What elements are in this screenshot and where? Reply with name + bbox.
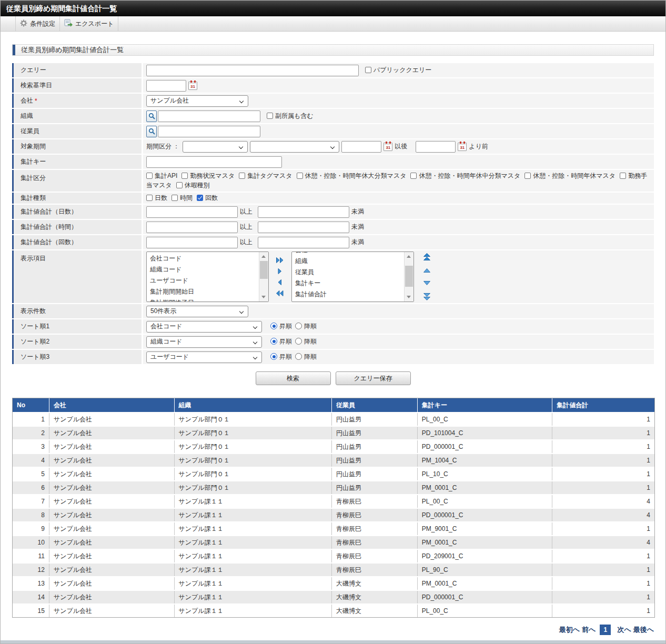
list-option[interactable]: 組織コード (150, 264, 259, 275)
display-count-select[interactable]: 50件表示 (146, 306, 248, 317)
sort2-select[interactable]: 組織コード (146, 336, 262, 348)
total-count-max-input[interactable] (258, 237, 349, 248)
column-header[interactable]: No (13, 398, 49, 412)
calendar-icon[interactable]: 31 (458, 143, 467, 151)
company-select[interactable]: サンプル会社 (146, 95, 248, 107)
table-row[interactable]: 4サンプル会社サンプル部門０１円山益男PM_1004_C1 (13, 454, 654, 467)
table-row[interactable]: 8サンプル会社サンプル課１１青柳辰巳PD_000001_C4 (13, 509, 654, 521)
table-row[interactable]: 6サンプル会社サンプル部門０１円山益男PM_0001_C1 (13, 481, 654, 494)
pager-prev[interactable]: 前へ (582, 625, 596, 635)
move-down-button[interactable] (423, 280, 431, 286)
table-row[interactable]: 3サンプル会社サンプル部門０１円山益男PD_000001_C1 (13, 440, 654, 453)
sort1-asc-radio[interactable]: 昇順 (270, 322, 292, 331)
total-count-min-input[interactable] (146, 237, 238, 248)
export-button[interactable]: エクスポート (60, 16, 118, 31)
table-row[interactable]: 1サンプル会社サンプル部門０１円山益男PL_00_C1 (13, 413, 654, 426)
move-all-right-button[interactable] (276, 257, 284, 264)
agg-type-option[interactable]: 時間 (171, 194, 193, 203)
total-days-min-input[interactable] (146, 206, 238, 218)
available-items-listbox[interactable]: 会社コード組織コードユーザコード集計期間開始日集計期間終了日 (146, 251, 269, 302)
sort3-desc-radio[interactable]: 降順 (295, 353, 317, 361)
period-value-select[interactable] (250, 141, 339, 153)
agg-category-option[interactable]: 休憩・控除・時間年休中分類マスタ (410, 172, 520, 179)
list-option[interactable]: 集計期間終了日 (150, 297, 259, 301)
list-option[interactable]: ユーザコード (150, 275, 259, 286)
scroll-up-button[interactable] (405, 252, 413, 260)
column-header[interactable]: 会社 (49, 398, 175, 412)
move-right-button[interactable] (276, 268, 284, 275)
pager-first[interactable]: 最初へ (559, 625, 580, 635)
sort2-desc-radio[interactable]: 降順 (295, 337, 317, 346)
column-header[interactable]: 集計値合計 (552, 398, 654, 412)
move-all-left-button[interactable] (276, 290, 284, 297)
pager-next[interactable]: 次へ (617, 625, 631, 635)
public-query-checkbox[interactable]: パブリッククエリー (365, 66, 431, 75)
pager-current-page[interactable]: 1 (600, 625, 611, 635)
calendar-icon[interactable]: 31 (384, 143, 392, 151)
list-option[interactable]: 従業員 (295, 267, 405, 278)
list-option[interactable]: 会社 (295, 251, 405, 256)
agg-type-option[interactable]: 日数 (146, 194, 167, 203)
agg-category-option[interactable]: 休憩・控除・時間年休マスタ (524, 172, 615, 179)
list-option[interactable]: 集計期間開始日 (150, 286, 259, 297)
sort3-select[interactable]: ユーザコード (146, 351, 262, 363)
agg-category-option[interactable]: 休憩・控除・時間年休大分類マスタ (297, 172, 407, 179)
pager-last[interactable]: 最後へ (633, 625, 654, 635)
agg-category-option[interactable]: 集計API (146, 172, 177, 179)
table-row[interactable]: 7サンプル会社サンプル課１１青柳辰巳PL_00_C4 (13, 495, 654, 508)
employee-input[interactable] (158, 126, 260, 137)
move-top-button[interactable] (423, 253, 431, 261)
move-bottom-button[interactable] (423, 293, 431, 301)
sort2-asc-radio[interactable]: 昇順 (270, 337, 292, 346)
period-after-date-input[interactable] (341, 141, 381, 153)
scroll-thumb[interactable] (405, 266, 413, 287)
base-date-input[interactable] (146, 80, 186, 92)
sort1-select[interactable]: 会社コード (146, 321, 262, 333)
table-row[interactable]: 11サンプル会社サンプル課１１青柳辰巳PD_209001_C1 (13, 550, 654, 562)
scroll-down-button[interactable] (259, 293, 268, 301)
total-hours-min-input[interactable] (146, 222, 238, 233)
agg-category-option[interactable]: 勤務状況マスタ (181, 172, 235, 179)
total-hours-max-input[interactable] (258, 222, 349, 233)
search-button[interactable]: 検索 (256, 371, 331, 385)
scrollbar[interactable] (404, 252, 413, 301)
table-row[interactable]: 13サンプル会社サンプル課１１大磯博文PM_0001_C1 (13, 577, 654, 590)
list-option[interactable]: 組織 (295, 256, 405, 267)
sort3-asc-radio[interactable]: 昇順 (270, 353, 292, 361)
query-input[interactable] (146, 65, 359, 76)
agg-category-option[interactable]: 集計タグマスタ (239, 172, 292, 179)
list-option[interactable]: 集計キー (295, 278, 405, 289)
column-header[interactable]: 集計キー (418, 398, 553, 412)
save-query-button[interactable]: クエリー保存 (336, 371, 411, 385)
scrollbar[interactable] (259, 252, 268, 301)
table-row[interactable]: 10サンプル会社サンプル課１１青柳辰巳PM_0001_C4 (13, 536, 654, 549)
agg-key-input[interactable] (146, 156, 282, 168)
sort1-desc-radio[interactable]: 降順 (295, 322, 317, 331)
condition-settings-button[interactable]: 条件設定 (16, 16, 60, 31)
table-row[interactable]: 14サンプル会社サンプル課１１大磯博文PD_000001_C1 (13, 591, 654, 603)
column-header[interactable]: 組織 (175, 398, 332, 412)
table-row[interactable]: 15サンプル会社サンプル課１１大磯博文PL_00_C1 (13, 605, 654, 617)
table-row[interactable]: 2サンプル会社サンプル部門０１円山益男PD_101004_C1 (13, 427, 654, 439)
list-option[interactable]: 会社コード (150, 253, 259, 264)
move-left-button[interactable] (276, 279, 284, 286)
scroll-up-button[interactable] (259, 252, 268, 260)
table-row[interactable]: 5サンプル会社サンプル部門０１円山益男PL_10_C1 (13, 468, 654, 480)
period-before-date-input[interactable] (416, 141, 456, 153)
include-sub-org-checkbox[interactable]: 副所属も含む (267, 112, 314, 120)
agg-type-option[interactable]: 回数 (197, 194, 218, 203)
agg-category-option[interactable]: 休暇種別 (176, 182, 210, 189)
calendar-icon[interactable]: 31 (188, 82, 197, 90)
list-option[interactable]: 集計値合計 (295, 289, 405, 300)
scroll-thumb[interactable] (260, 261, 268, 279)
period-type-select[interactable] (183, 141, 248, 153)
org-search-button[interactable] (146, 110, 157, 122)
table-row[interactable]: 9サンプル会社サンプル課１１青柳辰巳PM_9001_C1 (13, 522, 654, 535)
selected-items-listbox[interactable]: 会社組織従業員集計キー集計値合計 (291, 251, 414, 302)
org-input[interactable] (158, 110, 260, 122)
move-up-button[interactable] (423, 268, 431, 273)
total-days-max-input[interactable] (258, 206, 349, 218)
column-header[interactable]: 従業員 (332, 398, 418, 412)
employee-search-button[interactable] (146, 126, 157, 137)
table-row[interactable]: 12サンプル会社サンプル課１１青柳辰巳PL_90_C1 (13, 564, 654, 576)
